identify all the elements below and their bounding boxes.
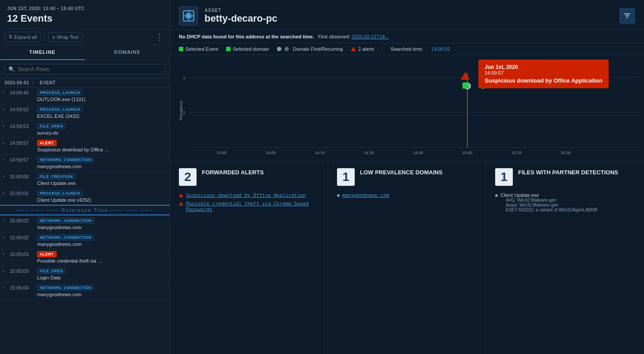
event-desc: manygoodnews.com [37,164,134,169]
svg-text:14:45: 14:45 [413,151,423,155]
domain-first-label: Domain First/Recurring [293,46,343,52]
stat-subitem: ESET-NOD32: a variant of Win32/Agent.ABN… [506,207,597,212]
expand-arrow-icon: › [3,140,10,145]
filter-button[interactable] [619,8,635,24]
expand-all-label: Expand all [14,34,37,40]
svg-text:15:30: 15:30 [561,151,571,155]
svg-text:14:15: 14:15 [315,151,325,155]
event-type-badge: FILE_OPEN [37,268,66,274]
stat-item-content: manygoodnews.com [342,192,389,198]
event-desc: Possible credential theft via … [37,258,134,264]
legend-bar: Selected Event Selected domain Domain Fi… [170,43,644,55]
stat-title: FORWARDED ALERTS [202,168,264,177]
stat-list: Suspicious download by Office Applicatio… [179,191,319,214]
stat-subitem: AVG: Win32:Malware-gen [506,198,597,203]
stat-subitem: Avast: Win32:Malware-gen [506,203,597,207]
event-row[interactable]: › 15:00:02 NETWORK_CONNECTION manygoodne… [0,215,170,232]
stat-list-item: Client Update.exeAVG: Win32:Malware-genA… [495,191,635,214]
chart-tooltip: Jun 1st, 2020 14:59:57 Suspicious downlo… [478,60,609,88]
event-type-badge: PROCESS_LAUNCH [37,90,83,96]
bullet-dot [337,194,340,197]
asset-info: ASSET betty-decaro-pc [205,8,613,24]
tooltip-date: Jun 1st, 2020 [485,64,602,70]
event-desc: OUTLOOK.exe (1101) [37,97,134,102]
tabs: TIMELINE DOMAINS [0,45,170,60]
event-row[interactable]: › 15:00:00 FILE_CREATION Client Update.e… [0,171,170,188]
expand-arrow-icon: › [3,157,10,162]
legend-separator [382,46,383,52]
event-time: 15:05:04 [10,285,37,290]
event-desc: survey.xls [37,130,134,136]
stat-item-content: Client Update.exeAVG: Win32:Malware-genA… [500,192,597,212]
first-observed-date[interactable]: 2020-02-21T18... [352,34,389,39]
left-header: JUN 1ST, 2020: 13:40 – 15:40 UTC 12 Even… [0,0,170,29]
events-list: › 14:59:45 PROCESS_LAUNCH OUTLOOK.exe (1… [0,87,170,354]
event-row[interactable]: › 14:59:53 FILE_OPEN survey.xls [0,121,170,138]
asset-header: ASSET betty-decaro-pc [170,0,644,30]
col-event-header: EVENT [40,80,165,85]
expand-arrow-icon: › [3,235,10,240]
event-row[interactable]: › 15:05:02 NETWORK_CONNECTION manygoodne… [0,232,170,249]
event-row[interactable]: › 15:00:01 PROCESS_LAUNCH Client Update.… [0,188,170,205]
tab-domains[interactable]: DOMAINS [85,45,170,60]
event-content: FILE_CREATION Client Update.exe [37,173,167,186]
bullet-triangle [179,202,183,206]
toolbar: ⇅ Expand all ≡ Wrap Text ⋮ [0,29,170,45]
event-type-badge: PROCESS_LAUNCH [37,106,83,113]
searched-time-prefix: Searched time: [390,46,423,52]
stat-link[interactable]: Possible credential theft via Chrome Sav… [186,201,309,212]
expand-arrow-icon: › [3,124,10,128]
expand-all-button[interactable]: ⇅ Expand all [4,32,41,42]
event-type-badge: ALERT [37,140,57,146]
event-content: PROCESS_LAUNCH OUTLOOK.exe (1101) [37,89,167,102]
event-time: 15:05:03 [10,252,37,257]
wrap-icon: ≡ [52,34,55,40]
stat-card-2: 1 FILES WITH PARTNER DETECTIONS Client U… [486,161,644,354]
event-row[interactable]: › 14:59:57 NETWORK_CONNECTION manygoodne… [0,154,170,171]
stat-header: 1 LOW PREVALENCE DOMAINS [337,168,477,186]
stat-link[interactable]: manygoodnews.com [342,192,389,198]
event-time: 14:59:53 [10,124,37,129]
event-desc: Suspicious download by Office … [37,147,134,152]
stat-list-item: manygoodnews.com [337,191,477,200]
dhcp-bar: No DHCP data found for this address at t… [170,30,644,43]
left-panel: JUN 1ST, 2020: 13:40 – 15:40 UTC 12 Even… [0,0,170,354]
event-desc: EXCEL.EXE (3432) [37,113,134,119]
event-time: 14:59:52 [10,107,37,112]
search-icon: 🔍 [8,66,15,72]
column-headers: 2020-06-01 ↑ EVENT [0,79,170,87]
event-row[interactable]: › 14:59:52 PROCESS_LAUNCH EXCEL.EXE (343… [0,104,170,121]
stat-link[interactable]: Suspicious download by Office Applicatio… [186,192,306,198]
svg-rect-30 [462,83,469,89]
event-time: 15:00:00 [10,174,37,179]
event-desc: manygoodnews.com [37,225,134,230]
event-row[interactable]: › 14:59:45 PROCESS_LAUNCH OUTLOOK.exe (1… [0,87,170,104]
events-count: 12 Events [7,13,163,24]
expand-arrow-icon: › [3,191,10,196]
event-row[interactable]: › 15:05:04 NETWORK_CONNECTION manygoodne… [0,282,170,299]
search-input[interactable] [18,66,161,72]
stat-header: 2 FORWARDED ALERTS [179,168,319,186]
event-desc: manygoodnews.com [37,292,134,297]
searched-time-value[interactable]: 13:00:02 [431,46,450,52]
stat-title: LOW PREVALENCE DOMAINS [360,168,443,177]
tab-timeline[interactable]: TIMELINE [0,45,85,60]
expand-icon: ⇅ [8,34,12,40]
more-options-button[interactable]: ⋮ [154,32,165,42]
col-time-header: 2020-06-01 ↑ [4,80,40,85]
event-row[interactable]: › 15:05:03 FILE_OPEN Login Data [0,266,170,282]
event-type-badge: FILE_CREATION [37,173,76,180]
wrap-text-button[interactable]: ≡ Wrap Text [48,32,83,42]
event-row[interactable]: › 14:59:57 ALERT Suspicious download by … [0,138,170,154]
selected-domain-icon [226,47,231,51]
event-type-badge: ALERT [37,251,57,257]
event-content: NETWORK_CONNECTION manygoodnews.com [37,217,167,230]
right-panel: ASSET betty-decaro-pc No DHCP data found… [170,0,644,354]
selected-domain-label: Selected domain [233,46,269,52]
event-content: ALERT Possible credential theft via … [37,251,167,264]
stat-number: 1 [495,168,513,186]
svg-marker-26 [461,72,470,80]
stat-header: 1 FILES WITH PARTNER DETECTIONS [495,168,635,186]
asset-icon [179,6,198,26]
event-row[interactable]: › 15:05:03 ALERT Possible credential the… [0,249,170,266]
